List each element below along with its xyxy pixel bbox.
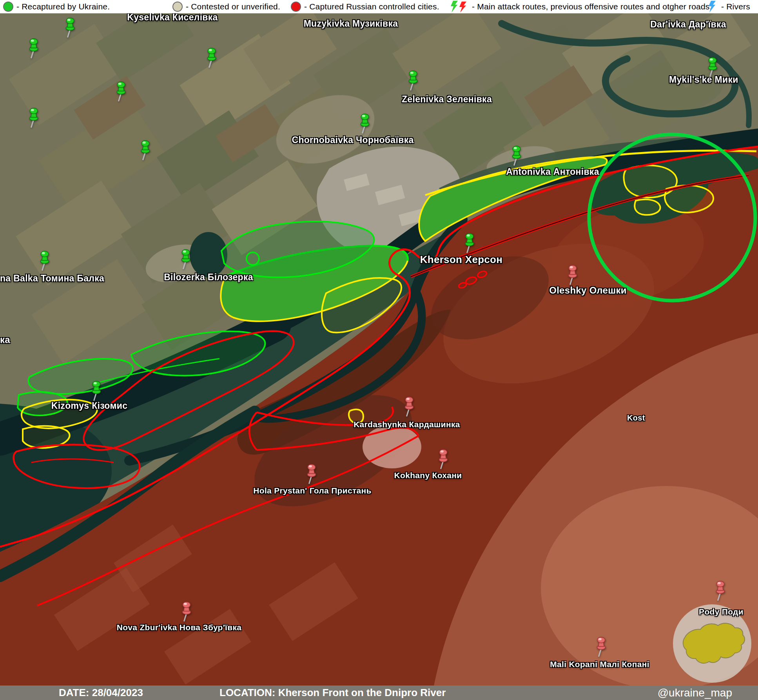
place-label-zelenivka: Zelenivka Зеленівка (402, 95, 492, 104)
green-pushpin-icon (510, 146, 524, 166)
date-label: DATE: 28/04/2023 (59, 687, 143, 699)
green-pushpin-icon (114, 82, 128, 102)
place-label-kokhany: Kokhany Кохани (394, 471, 462, 479)
war-map-screenshot: - Recaptured by Ukraine. - Contested or … (0, 0, 758, 700)
legend-label: - Rivers (721, 2, 750, 11)
legend-label: - Main attack routes, previous offensive… (472, 2, 712, 11)
place-label-kyselivka: Kyselivka Киселівка (127, 13, 218, 22)
place-label-darivka: Dar'ivka Дар'ївка (650, 20, 726, 29)
red-pushpin-icon (713, 581, 727, 601)
river-arrow-icon (708, 1, 718, 13)
green-pushpin-icon (462, 233, 477, 254)
place-label-antonivka: Antonivka Антонівка (506, 167, 599, 176)
green-pushpin-icon (205, 48, 219, 68)
place-label-mykilske: Mykil's'ke Мики (669, 75, 738, 84)
place-label-pody: Pody Поди (699, 608, 743, 616)
legend-label: - Captured Russian controlled cities. (304, 2, 439, 11)
legend-item-recaptured: - Recaptured by Ukraine. (3, 0, 110, 13)
place-label-oleshky: Oleshky Олешки (549, 286, 627, 295)
green-pushpin-icon (705, 57, 720, 78)
place-label-kherson: Kherson Херсон (420, 254, 503, 265)
place-label-nova-zburivka: Nova Zbur'ivka Нова Збур'ївка (117, 623, 241, 631)
green-pushpin-icon (89, 381, 103, 401)
place-label-chornobaivka: Chornobaivka Чорнобаївка (292, 136, 413, 145)
credit-handle: @ukraine_map (658, 687, 732, 699)
legend-item-routes: - Main attack routes, previous offensive… (448, 0, 712, 13)
contested-dot-icon (172, 2, 183, 12)
place-label-kardashynka: Kardashynka Кардашинка (354, 420, 460, 428)
legend-item-rivers: - Rivers (708, 0, 750, 13)
legend-item-captured: - Captured Russian controlled cities. (291, 0, 439, 13)
red-pushpin-icon (305, 464, 319, 484)
green-pushpin-icon (38, 251, 52, 271)
legend-bar: - Recaptured by Ukraine. - Contested or … (0, 0, 758, 13)
legend-label: - Recaptured by Ukraine. (16, 2, 110, 11)
green-pushpin-icon (138, 140, 152, 161)
place-label-hola-prystan: Hola Prystan' Гола Пристань (253, 486, 371, 495)
attack-routes-icon (448, 1, 469, 13)
recaptured-dot-icon (3, 2, 13, 12)
red-pushpin-icon (402, 397, 416, 417)
green-pushpin-icon (27, 108, 41, 128)
labels-layer: Kyselivka КиселівкаMuzykivka МузиківкаDa… (0, 0, 758, 700)
place-label-kizomys: Kizomys Кізомис (51, 401, 127, 410)
footer-bar: DATE: 28/04/2023 LOCATION: Kherson Front… (0, 685, 758, 700)
captured-dot-icon (291, 2, 301, 12)
place-label-tomyna-balka: na Balka Томина Балка (0, 274, 104, 283)
green-pushpin-icon (63, 18, 77, 38)
place-label-mali-kopani: Mali Kopani Малі Копані (550, 660, 649, 668)
red-pushpin-icon (436, 449, 450, 470)
legend-item-contested: - Contested or unverified. (172, 0, 280, 13)
green-pushpin-icon (27, 38, 41, 59)
red-pushpin-icon (180, 602, 194, 622)
legend-label: - Contested or unverified. (186, 2, 280, 11)
location-label: LOCATION: Kherson Front on the Dnipro Ri… (219, 687, 446, 699)
place-label-muzykivka: Muzykivka Музиківка (304, 19, 398, 28)
green-pushpin-icon (358, 114, 372, 134)
red-pushpin-icon (566, 265, 580, 285)
place-label-ka-fragment: ка (0, 335, 10, 345)
red-pushpin-icon (594, 637, 608, 657)
place-label-bilozerka: Bilozerka Білозерка (164, 273, 253, 282)
green-pushpin-icon (179, 249, 193, 270)
place-label-kost-fragment: Kost (627, 414, 645, 422)
green-pushpin-icon (406, 71, 420, 91)
